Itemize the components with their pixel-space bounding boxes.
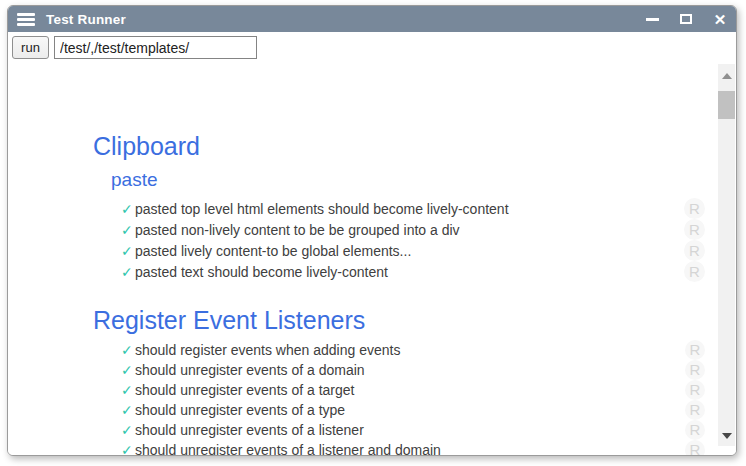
- test-label[interactable]: should unregister events of a target: [135, 382, 354, 398]
- rerun-test-button[interactable]: R: [685, 440, 705, 455]
- toolbar: run: [8, 32, 736, 63]
- scroll-down-icon: [722, 433, 732, 439]
- test-label[interactable]: should unregister events of a type: [135, 402, 345, 418]
- rerun-test-button[interactable]: R: [684, 240, 705, 261]
- scroll-down-button[interactable]: [718, 428, 735, 444]
- close-button[interactable]: ✕: [713, 11, 727, 27]
- test-label[interactable]: pasted top level html elements should be…: [135, 201, 509, 217]
- rerun-test-button[interactable]: R: [685, 420, 705, 440]
- menu-icon[interactable]: [17, 13, 35, 26]
- check-icon: ✓: [121, 382, 135, 398]
- test-row: ✓ should unregister events of a type R: [121, 400, 648, 420]
- scrollbar-thumb[interactable]: [718, 91, 735, 119]
- suite-subtitle-paste[interactable]: paste: [111, 168, 648, 191]
- suite-title-clipboard[interactable]: Clipboard: [93, 131, 648, 161]
- section-clipboard: Clipboard paste ✓ pasted top level html …: [93, 131, 648, 282]
- test-list: Clipboard paste ✓ pasted top level html …: [8, 63, 718, 455]
- minimize-icon: [646, 18, 659, 21]
- check-icon: ✓: [121, 342, 135, 358]
- rerun-test-button[interactable]: R: [685, 360, 705, 380]
- window-title: Test Runner: [46, 12, 126, 27]
- vertical-scrollbar[interactable]: [718, 64, 735, 446]
- test-label[interactable]: pasted non-lively content to be be group…: [135, 222, 460, 238]
- test-row: ✓ should register events when adding eve…: [121, 340, 648, 360]
- check-icon: ✓: [121, 201, 135, 217]
- check-icon: ✓: [121, 442, 135, 455]
- run-button[interactable]: run: [12, 36, 49, 59]
- rerun-test-button[interactable]: R: [684, 198, 705, 219]
- rerun-test-button[interactable]: R: [685, 380, 705, 400]
- test-runner-window: Test Runner ✕ run Clipboard paste ✓ past…: [7, 5, 737, 456]
- check-icon: ✓: [121, 222, 135, 238]
- section-register-event-listeners: Register Event Listeners ✓ should regist…: [93, 305, 648, 455]
- check-icon: ✓: [121, 243, 135, 259]
- suite-title-register-event-listeners[interactable]: Register Event Listeners: [93, 305, 648, 335]
- rerun-test-button[interactable]: R: [685, 400, 705, 420]
- titlebar[interactable]: Test Runner ✕: [8, 6, 736, 32]
- close-icon: ✕: [714, 12, 727, 27]
- test-label[interactable]: should unregister events of a domain: [135, 362, 365, 378]
- maximize-button[interactable]: [679, 11, 693, 27]
- test-row: ✓ should unregister events of a listener…: [121, 440, 648, 455]
- test-row: ✓ should unregister events of a listener…: [121, 420, 648, 440]
- check-icon: ✓: [121, 402, 135, 418]
- check-icon: ✓: [121, 264, 135, 280]
- test-row: ✓ pasted top level html elements should …: [121, 198, 648, 219]
- rerun-test-button[interactable]: R: [684, 261, 705, 282]
- scroll-up-button[interactable]: [718, 68, 735, 84]
- test-rows: ✓ should register events when adding eve…: [121, 340, 648, 455]
- rerun-test-button[interactable]: R: [685, 340, 705, 360]
- test-row: ✓ should unregister events of a target R: [121, 380, 648, 400]
- check-icon: ✓: [121, 422, 135, 438]
- test-row: ✓ should unregister events of a domain R: [121, 360, 648, 380]
- test-label[interactable]: should unregister events of a listener: [135, 422, 364, 438]
- test-label[interactable]: should register events when adding event…: [135, 342, 400, 358]
- test-results-pane: Clipboard paste ✓ pasted top level html …: [8, 63, 736, 455]
- test-label[interactable]: pasted text should become lively-content: [135, 264, 388, 280]
- maximize-icon: [680, 14, 692, 24]
- minimize-button[interactable]: [645, 11, 659, 27]
- test-rows: ✓ pasted top level html elements should …: [121, 198, 648, 282]
- test-label[interactable]: pasted lively content-to be global eleme…: [135, 243, 411, 259]
- rerun-test-button[interactable]: R: [684, 219, 705, 240]
- test-row: ✓ pasted lively content-to be global ele…: [121, 240, 648, 261]
- check-icon: ✓: [121, 362, 135, 378]
- test-row: ✓ pasted non-lively content to be be gro…: [121, 219, 648, 240]
- test-row: ✓ pasted text should become lively-conte…: [121, 261, 648, 282]
- window-controls: ✕: [625, 11, 736, 27]
- scroll-up-icon: [722, 73, 732, 79]
- test-label[interactable]: should unregister events of a listener a…: [135, 442, 441, 455]
- test-path-input[interactable]: [54, 36, 257, 59]
